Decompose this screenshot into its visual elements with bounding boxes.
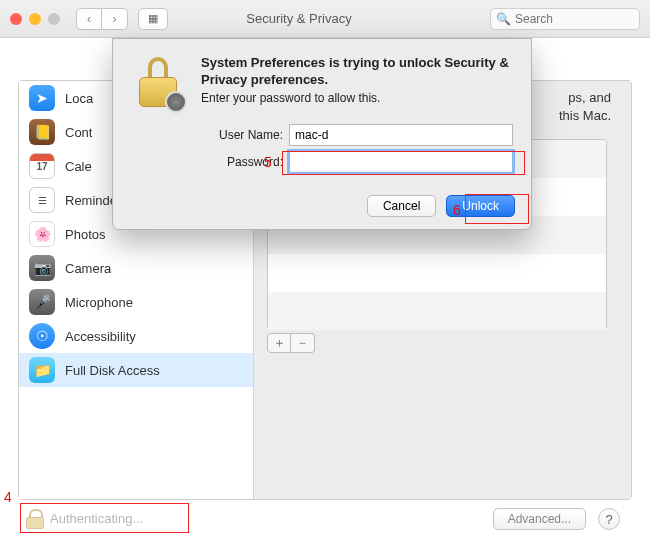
- dialog-title: System Preferences is trying to unlock S…: [201, 55, 513, 89]
- help-button[interactable]: ?: [598, 508, 620, 530]
- add-button[interactable]: ＋: [267, 333, 291, 353]
- advanced-button[interactable]: Advanced...: [493, 508, 586, 530]
- annotation-box-unlock: [465, 194, 529, 224]
- reminders-icon: ☰: [29, 187, 55, 213]
- close-window-button[interactable]: [10, 13, 22, 25]
- sidebar-item-label: Cale: [65, 159, 92, 174]
- zoom-window-button[interactable]: [48, 13, 60, 25]
- lock-large-icon: [131, 57, 185, 111]
- sidebar-item-camera[interactable]: 📷 Camera: [19, 251, 253, 285]
- sidebar-item-microphone[interactable]: 🎤 Microphone: [19, 285, 253, 319]
- folder-icon: 📁: [29, 357, 55, 383]
- sidebar-item-accessibility[interactable]: ☉ Accessibility: [19, 319, 253, 353]
- annotation-6: 6: [453, 202, 461, 218]
- app-list-row: [268, 292, 606, 330]
- sidebar-item-label: Camera: [65, 261, 111, 276]
- sidebar-item-label: Loca: [65, 91, 93, 106]
- back-button[interactable]: ‹: [76, 8, 102, 30]
- app-list-row: [268, 254, 606, 292]
- annotation-5: 5: [264, 154, 272, 170]
- sidebar-item-label: Accessibility: [65, 329, 136, 344]
- remove-button[interactable]: －: [291, 333, 315, 353]
- contacts-icon: 📒: [29, 119, 55, 145]
- search-wrap: 🔍: [490, 8, 640, 30]
- username-label: User Name:: [201, 128, 283, 142]
- search-input[interactable]: [490, 8, 640, 30]
- search-icon: 🔍: [496, 12, 511, 26]
- calendar-icon: 17: [29, 153, 55, 179]
- photos-icon: 🌸: [29, 221, 55, 247]
- location-icon: ➤: [29, 85, 55, 111]
- sidebar-item-label: Photos: [65, 227, 105, 242]
- chevron-left-icon: ‹: [87, 12, 91, 26]
- username-input[interactable]: [289, 124, 513, 146]
- annotation-box-password: [282, 151, 525, 175]
- sidebar-item-label: Full Disk Access: [65, 363, 160, 378]
- minimize-window-button[interactable]: [29, 13, 41, 25]
- chevron-right-icon: ›: [113, 12, 117, 26]
- sidebar-item-label: Microphone: [65, 295, 133, 310]
- annotation-4: 4: [4, 489, 12, 505]
- window-controls: [10, 13, 60, 25]
- accessibility-icon: ☉: [29, 323, 55, 349]
- window-titlebar: ‹ › ▦ Security & Privacy 🔍: [0, 0, 650, 38]
- camera-icon: 📷: [29, 255, 55, 281]
- window-title: Security & Privacy: [118, 11, 480, 26]
- username-row: User Name:: [201, 124, 513, 146]
- sidebar-item-label: Cont: [65, 125, 92, 140]
- cancel-button[interactable]: Cancel: [367, 195, 436, 217]
- dialog-subtitle: Enter your password to allow this.: [201, 91, 380, 105]
- annotation-box-lock: [20, 503, 189, 533]
- microphone-icon: 🎤: [29, 289, 55, 315]
- sidebar-item-full-disk-access[interactable]: 📁 Full Disk Access: [19, 353, 253, 387]
- add-remove-controls: ＋ －: [267, 333, 315, 353]
